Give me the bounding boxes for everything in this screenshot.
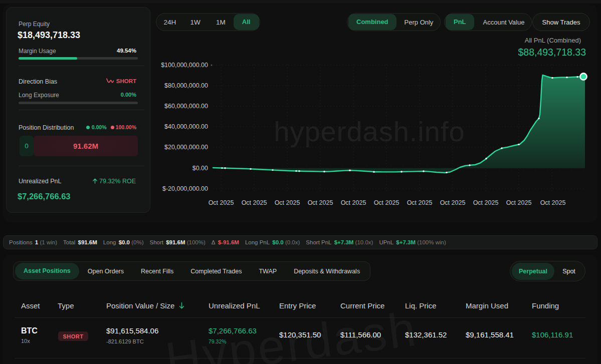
- svg-text:Oct 2025: Oct 2025: [440, 199, 466, 206]
- svg-text:$80,000,000.00: $80,000,000.00: [164, 82, 208, 89]
- svg-text:Oct 2025: Oct 2025: [275, 199, 300, 206]
- svg-text:Oct 2025: Oct 2025: [506, 199, 532, 206]
- svg-text:$-20,000,000.00: $-20,000,000.00: [162, 185, 208, 192]
- svg-text:Oct 2025: Oct 2025: [341, 199, 366, 206]
- svg-text:Oct 2025: Oct 2025: [374, 199, 399, 206]
- svg-text:Oct 2025: Oct 2025: [308, 199, 333, 206]
- svg-text:$60,000,000.00: $60,000,000.00: [164, 103, 208, 110]
- svg-text:$20,000,000.00: $20,000,000.00: [164, 144, 208, 151]
- svg-text:Oct 2025: Oct 2025: [209, 199, 234, 206]
- svg-text:$100,000,000.00: $100,000,000.00: [161, 62, 208, 69]
- svg-text:$40,000,000.00: $40,000,000.00: [164, 123, 208, 130]
- svg-text:Oct 2025: Oct 2025: [540, 199, 566, 206]
- svg-text:hyperdash.info: hyperdash.info: [274, 116, 465, 147]
- svg-text:Oct 2025: Oct 2025: [242, 199, 267, 206]
- svg-text:$0.00: $0.00: [192, 165, 208, 172]
- svg-text:Oct 2025: Oct 2025: [473, 199, 499, 206]
- svg-text:Oct 2025: Oct 2025: [407, 199, 433, 206]
